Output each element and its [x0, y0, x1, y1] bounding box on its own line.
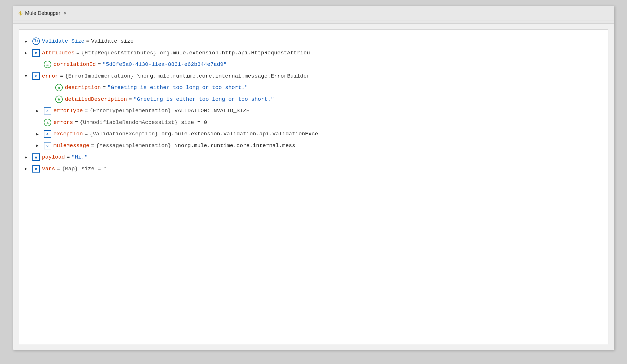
type-attributes: {HttpRequestAttributes}: [81, 49, 156, 57]
var-name-error: error: [42, 72, 58, 80]
close-button[interactable]: ×: [64, 11, 66, 16]
tree-row-errortype[interactable]: e errorType = {ErrorTypeImplementation} …: [19, 105, 608, 117]
var-name-payload: payload: [42, 153, 65, 161]
value-errortype: VALIDATION:INVALID_SIZE: [171, 107, 250, 115]
square-icon-exception: e: [44, 130, 51, 138]
tree-row-payload[interactable]: e payload = "Hi.": [19, 151, 608, 163]
debugger-window: ✳ Mule Debugger × Validate Size = Valida…: [13, 6, 614, 350]
var-name-errortype: errorType: [54, 107, 83, 115]
var-name-validate-size: Validate Size: [42, 37, 84, 46]
var-name-vars: vars: [42, 165, 55, 173]
square-icon-payload: e: [32, 153, 40, 161]
square-icon-attributes: e: [32, 49, 40, 57]
value-description: "Greeting is either too long or too shor…: [107, 84, 248, 92]
tree-row-mulemessage[interactable]: e muleMessage = {MessageImplementation} …: [19, 140, 608, 152]
value-vars: size = 1: [78, 165, 108, 173]
tree-row-exception[interactable]: e exception = {ValidationException} org.…: [19, 128, 608, 140]
tree-row-errors: a errors = {UnmodifiableRandomAccessList…: [19, 117, 608, 128]
toggle-mulemessage[interactable]: [36, 143, 43, 149]
title-bar: ✳ Mule Debugger ×: [13, 6, 614, 21]
circle-icon-errors: a: [44, 119, 51, 126]
toggle-errortype[interactable]: [36, 108, 43, 114]
var-name-detaileddescription: detailedDescription: [65, 95, 127, 104]
var-name-exception: exception: [54, 130, 83, 138]
tree-row-validate-size[interactable]: Validate Size = Validate size: [19, 35, 608, 47]
value-errors: size = 0: [178, 118, 207, 127]
type-errors: {UnmodifiableRandomAccessList}: [80, 118, 178, 127]
circle-icon-correlationid: a: [44, 61, 51, 68]
toggle-validate-size[interactable]: [25, 39, 31, 45]
value-correlationid: "5d0fe5a0-4130-11ea-8831-e62b344e7ad9": [103, 60, 227, 69]
circle-icon-detaileddescription: a: [55, 96, 63, 103]
type-vars: {Map}: [62, 165, 78, 173]
window-title: Mule Debugger: [25, 10, 60, 16]
tree-row-description: a description = "Greeting is either too …: [19, 82, 608, 94]
value-attributes: org.mule.extension.http.api.HttpRequestA…: [156, 49, 310, 57]
value-error: \norg.mule.runtime.core.internal.message…: [133, 72, 310, 80]
cycle-icon-validate-size: [32, 37, 40, 45]
tree-row-detaileddescription: a detailedDescription = "Greeting is eit…: [19, 94, 608, 105]
tree-row-attributes[interactable]: e attributes = {HttpRequestAttributes} o…: [19, 47, 608, 59]
mule-icon: ✳: [18, 10, 23, 17]
type-exception: {ValidationException}: [90, 130, 158, 138]
toggle-exception[interactable]: [36, 131, 43, 137]
value-validate-size: Validate size: [91, 37, 133, 46]
toggle-error[interactable]: [25, 73, 31, 79]
square-icon-vars: e: [32, 165, 40, 173]
square-icon-error: e: [32, 72, 40, 80]
toggle-vars[interactable]: [25, 166, 31, 172]
var-name-description: description: [65, 84, 101, 92]
var-name-mulemessage: muleMessage: [54, 142, 89, 150]
value-payload: "Hi.": [72, 153, 88, 161]
tree-row-correlationid: a correlationId = "5d0fe5a0-4130-11ea-88…: [19, 59, 608, 70]
toggle-payload[interactable]: [25, 155, 31, 161]
circle-icon-description: a: [55, 84, 63, 91]
var-name-attributes: attributes: [42, 49, 75, 57]
toggle-attributes[interactable]: [25, 50, 31, 56]
square-icon-errortype: e: [44, 107, 51, 114]
value-mulemessage: \norg.mule.runtime.core.internal.mess: [171, 142, 295, 150]
debugger-content: Validate Size = Validate size e attribut…: [19, 29, 608, 344]
type-errortype: {ErrorTypeImplementation}: [90, 107, 171, 115]
var-name-errors: errors: [54, 118, 73, 127]
value-exception: org.mule.extension.validation.api.Valida…: [158, 130, 318, 138]
var-name-correlationid: correlationId: [54, 60, 96, 69]
tab-bar: [13, 21, 614, 24]
type-mulemessage: {MessageImplementation}: [96, 142, 171, 150]
tree-row-vars[interactable]: e vars = {Map} size = 1: [19, 163, 608, 175]
value-detaileddescription: "Greeting is either too long or too shor…: [134, 95, 274, 104]
type-error: {ErrorImplementation}: [65, 72, 133, 80]
square-icon-mulemessage: e: [44, 142, 51, 149]
tree-row-error[interactable]: e error = {ErrorImplementation} \norg.mu…: [19, 70, 608, 82]
